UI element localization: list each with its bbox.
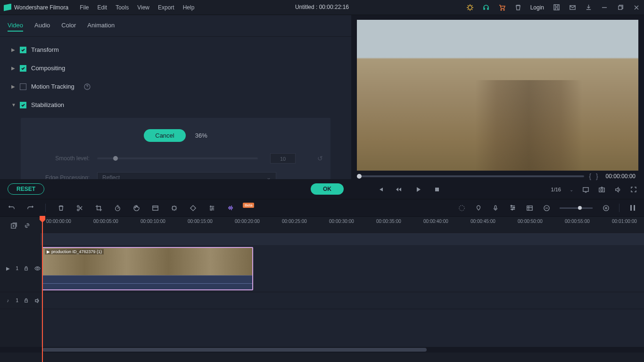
trash-icon[interactable] [514, 4, 522, 11]
svg-rect-7 [435, 188, 439, 191]
play-icon[interactable] [414, 186, 422, 193]
record-icon[interactable] [492, 204, 499, 212]
menu-tools[interactable]: Tools [116, 4, 129, 11]
minimize-icon[interactable] [601, 4, 608, 11]
menu-file[interactable]: File [80, 4, 89, 11]
render-icon[interactable] [458, 204, 465, 212]
lock-icon[interactable] [23, 297, 29, 304]
volume-icon[interactable] [614, 186, 621, 193]
svg-point-10 [601, 189, 603, 191]
property-motion-tracking[interactable]: ▶ Motion Tracking [0, 77, 351, 96]
zoom-in-icon[interactable] [602, 204, 610, 212]
svg-point-1 [501, 9, 502, 10]
redo-icon[interactable] [26, 204, 34, 212]
tab-video[interactable]: Video [8, 22, 23, 32]
prev-frame-icon[interactable] [377, 186, 384, 193]
property-stabilization[interactable]: ▼ Stabilization [0, 96, 351, 114]
speed-icon[interactable] [114, 204, 121, 212]
preview-viewport[interactable] [357, 20, 638, 171]
headphones-icon[interactable] [482, 4, 490, 11]
zoom-slider[interactable] [560, 207, 593, 209]
speaker-icon[interactable] [34, 297, 41, 304]
stop-icon[interactable] [433, 186, 441, 193]
delete-icon[interactable] [57, 204, 65, 212]
edge-processing-select[interactable]: Reflect ⌄ [97, 172, 276, 179]
tab-color[interactable]: Color [61, 22, 76, 32]
fullscreen-icon[interactable] [630, 186, 637, 193]
tips-icon[interactable] [466, 4, 474, 11]
playhead[interactable] [42, 217, 43, 362]
tab-audio[interactable]: Audio [34, 22, 50, 32]
svg-rect-24 [527, 206, 532, 210]
svg-point-22 [513, 207, 514, 208]
audio-waveform-icon[interactable] [227, 204, 234, 212]
zoom-fit-icon[interactable] [629, 204, 636, 212]
undo-icon[interactable] [8, 204, 15, 212]
reset-icon[interactable]: ↺ [317, 155, 323, 162]
reset-button[interactable]: RESET [8, 183, 44, 195]
audio-track-lane[interactable] [41, 292, 644, 309]
mark-in-icon[interactable]: { [589, 173, 591, 180]
mail-icon[interactable] [569, 4, 576, 11]
svg-rect-8 [583, 187, 588, 191]
audio-track-icon: ♪ [5, 297, 11, 304]
motion-tracking-tool-icon[interactable] [170, 204, 178, 212]
transform-checkbox[interactable] [20, 47, 26, 53]
timeline-scrollbar[interactable] [0, 347, 644, 353]
property-transform[interactable]: ▶ Transform [0, 41, 351, 59]
menu-export[interactable]: Export [158, 4, 174, 11]
video-clip[interactable]: ▶ production ID_4782379 (1) [42, 247, 253, 290]
tab-animation[interactable]: Animation [87, 22, 115, 32]
mixer-icon[interactable] [509, 204, 516, 212]
split-icon[interactable] [76, 204, 83, 212]
menu-help[interactable]: Help [183, 4, 195, 11]
link-icon[interactable] [23, 222, 31, 229]
keyframe-icon[interactable] [189, 204, 197, 212]
maximize-icon[interactable] [617, 4, 624, 11]
crop-icon[interactable] [95, 204, 102, 212]
save-icon[interactable] [553, 4, 560, 11]
download-icon[interactable] [585, 4, 592, 11]
preview-scrubber[interactable] [357, 175, 584, 177]
motion-tracking-checkbox[interactable] [20, 83, 26, 90]
chevron-right-icon: ▶ [11, 84, 16, 89]
quality-icon[interactable] [582, 186, 589, 193]
smooth-level-slider[interactable] [97, 157, 258, 159]
smooth-level-label: Smooth level: [28, 155, 90, 162]
green-screen-icon[interactable] [151, 204, 159, 212]
marker-icon[interactable] [475, 204, 482, 212]
mark-out-icon[interactable]: } [596, 173, 598, 180]
preview-timecode: 00:00:00:00 [606, 173, 636, 180]
chevron-down-icon[interactable]: ⌄ [570, 187, 573, 192]
time-ruler[interactable]: 00:00:00:00 00:00:05:00 00:00:10:00 00:0… [41, 217, 644, 234]
cancel-button[interactable]: Cancel [144, 129, 185, 142]
menu-view[interactable]: View [137, 4, 149, 11]
ok-button[interactable]: OK [311, 183, 344, 195]
audio-track: ♪ 1 [0, 292, 644, 309]
eye-icon[interactable] [34, 265, 41, 272]
panel-footer: RESET OK [0, 179, 351, 199]
svg-point-11 [77, 205, 79, 207]
compositing-checkbox[interactable] [20, 65, 26, 72]
help-icon[interactable] [84, 83, 91, 90]
login-button[interactable]: Login [530, 4, 544, 11]
color-icon[interactable] [132, 204, 140, 212]
video-track-lane[interactable]: ▶ production ID_4782379 (1) [41, 245, 644, 292]
add-track-icon[interactable] [10, 222, 17, 229]
adjust-icon[interactable] [208, 204, 215, 212]
smooth-level-value[interactable]: 10 [270, 153, 296, 164]
track-manager-icon[interactable] [526, 204, 533, 212]
step-back-icon[interactable] [396, 186, 403, 193]
cart-icon[interactable] [498, 4, 506, 11]
preview-scale[interactable]: 1/16 [551, 187, 561, 192]
beta-badge: Beta [243, 203, 254, 208]
lock-icon[interactable] [23, 265, 29, 272]
zoom-out-icon[interactable] [543, 204, 550, 212]
property-compositing[interactable]: ▶ Compositing [0, 59, 351, 77]
snapshot-icon[interactable] [598, 186, 605, 193]
menu-edit[interactable]: Edit [98, 4, 107, 11]
svg-point-23 [512, 208, 513, 210]
stabilization-checkbox[interactable] [20, 102, 26, 108]
compositing-label: Compositing [31, 65, 65, 72]
close-icon[interactable] [633, 4, 640, 11]
